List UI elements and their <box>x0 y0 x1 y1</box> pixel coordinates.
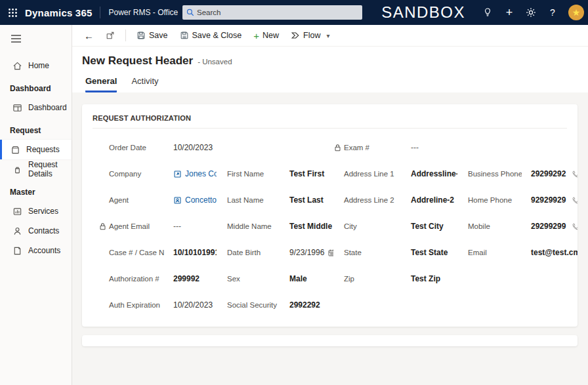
tab-general[interactable]: General <box>85 76 117 92</box>
field-value-agent[interactable]: Concetto ... <box>164 195 217 205</box>
field-value-case-case-name[interactable]: 10/10101991 <box>164 248 217 257</box>
save-and-close-icon <box>180 31 189 40</box>
sidebar-item-label: Requests <box>26 145 60 154</box>
field-value-last-name[interactable]: Test Last <box>280 195 333 205</box>
section-title: REQUEST AUTHORIZATION <box>93 114 567 122</box>
field-value-city[interactable]: Test City <box>402 222 457 231</box>
field-value-text: 10/10101991 <box>173 248 217 257</box>
command-bar: ← Save Save & Close <box>72 25 588 47</box>
flow-button[interactable]: Flow ▾ <box>285 28 337 43</box>
dashboard-icon <box>12 103 22 113</box>
sitemap-sidebar: Home Dashboard Dashboard Request Request… <box>0 25 72 385</box>
field-value-text: --- <box>173 222 181 231</box>
field-label-date-birth: Date Birth <box>217 249 280 256</box>
field-value-text: test@test.cm <box>531 248 578 257</box>
home-icon <box>12 61 22 71</box>
field-value-text: 9/23/1996 <box>289 248 324 257</box>
field-label-text: Social Security <box>227 301 277 309</box>
empty-section-card <box>82 335 578 346</box>
open-in-new-window-button[interactable] <box>100 28 120 43</box>
sidebar-item-request-details[interactable]: Request Details <box>0 159 72 179</box>
save-and-close-button[interactable]: Save & Close <box>175 28 247 43</box>
field-value-middle-name[interactable]: Test Middle <box>280 222 333 231</box>
field-value-business-phone[interactable]: 29299292 <box>522 169 578 178</box>
field-value-company[interactable]: Jones Com... <box>164 169 217 178</box>
sidebar-item-accounts[interactable]: Accounts <box>0 241 72 260</box>
field-value-text: Test Last <box>289 195 324 205</box>
form-header: New Request Header - Unsaved General Act… <box>72 47 588 92</box>
field-value-first-name[interactable]: Test First <box>280 169 333 178</box>
field-value-text: Test State <box>411 248 448 257</box>
field-value-text: Test City <box>411 222 444 231</box>
field-value-order-date[interactable]: 10/20/2023 <box>164 143 217 152</box>
field-value-mobile[interactable]: 29299299 <box>522 222 578 231</box>
gear-icon[interactable] <box>525 7 537 18</box>
form-body: REQUEST AUTHORIZATION Order Date10/20/20… <box>72 92 588 385</box>
field-value-sex[interactable]: Male <box>280 274 333 283</box>
phone-icon[interactable] <box>572 196 578 205</box>
tab-activity[interactable]: Activity <box>131 76 158 92</box>
field-label-exam: Exam # <box>333 144 402 152</box>
main-content: ← Save Save & Close <box>72 25 588 385</box>
area-name[interactable]: Power RMS - Office <box>108 8 178 17</box>
field-label-text: Order Date <box>109 144 146 152</box>
lookup-link-company[interactable]: Jones Com... <box>185 169 217 178</box>
lookup-link-agent[interactable]: Concetto ... <box>185 195 217 205</box>
services-icon <box>12 207 22 216</box>
field-label-auth-expiration: Auth Expiration <box>98 301 164 309</box>
field-value-text: Male <box>289 274 307 283</box>
field-label-text: Authorization # <box>109 275 159 283</box>
field-value-text: Addreline-2 <box>411 195 454 205</box>
global-search[interactable] <box>182 5 362 20</box>
avatar[interactable]: ★ <box>568 5 584 20</box>
field-label-address-line-1: Address Line 1 <box>333 170 402 178</box>
sidebar-item-home[interactable]: Home <box>0 56 72 75</box>
field-label-address-line-2: Address Line 2 <box>333 196 402 204</box>
field-label-zip: Zip <box>333 275 402 283</box>
field-value-state[interactable]: Test State <box>402 248 457 257</box>
save-button[interactable]: Save <box>131 28 173 43</box>
field-label-text: Auth Expiration <box>109 301 160 309</box>
field-value-text: Addressline-1 <box>411 169 457 178</box>
field-value-date-birth[interactable]: 9/23/1996 <box>280 248 333 257</box>
field-value-text: Test First <box>289 169 324 178</box>
field-value-email[interactable]: test@test.cm <box>522 248 578 257</box>
field-value-authorization[interactable]: 299992 <box>164 274 217 283</box>
sidebar-item-services[interactable]: Services <box>0 201 72 221</box>
search-input[interactable] <box>197 9 358 16</box>
plus-icon[interactable]: + <box>503 7 515 18</box>
field-value-address-line-2[interactable]: Addreline-2 <box>402 195 457 205</box>
field-value-home-phone[interactable]: 92929929 <box>522 195 578 205</box>
chevron-down-icon[interactable]: ▾ <box>324 31 332 41</box>
field-label-text: City <box>344 222 357 230</box>
field-value-auth-expiration[interactable]: 10/20/2023 <box>164 300 217 310</box>
sidebar-item-contacts[interactable]: Contacts <box>0 221 72 241</box>
hamburger-icon[interactable] <box>0 25 72 52</box>
phone-icon[interactable] <box>572 222 578 231</box>
new-button[interactable]: + New <box>248 28 284 43</box>
sidebar-group-request: Request <box>0 117 72 140</box>
field-value-text: 299992 <box>173 274 200 283</box>
field-value-address-line-1[interactable]: Addressline-1 <box>402 169 457 178</box>
field-label-text: Case # / Case Name <box>109 249 164 256</box>
new-plus-icon: + <box>253 31 259 41</box>
field-value-zip[interactable]: Test Zip <box>402 274 457 283</box>
phone-icon[interactable] <box>572 170 578 178</box>
field-label-order-date: Order Date <box>98 144 164 152</box>
back-button[interactable]: ← <box>79 29 99 43</box>
lightbulb-icon[interactable] <box>482 7 494 18</box>
waffle-icon[interactable] <box>0 0 25 25</box>
field-value-text: 29299292 <box>531 169 566 178</box>
environment-badge: SANDBOX <box>381 3 465 22</box>
field-value-social-security[interactable]: 2992292 <box>280 300 333 310</box>
calendar-icon[interactable] <box>327 249 333 257</box>
accounts-icon <box>12 246 22 256</box>
request-details-icon <box>12 165 22 174</box>
request-authorization-card: REQUEST AUTHORIZATION Order Date10/20/20… <box>82 104 578 327</box>
help-icon[interactable]: ? <box>547 7 558 18</box>
sidebar-item-requests[interactable]: Requests <box>0 140 72 159</box>
app-name[interactable]: Dynamics 365 <box>25 7 92 18</box>
calendar-icon[interactable] <box>216 144 217 152</box>
field-value-text: 2992292 <box>289 300 320 310</box>
sidebar-item-dashboard[interactable]: Dashboard <box>0 98 72 117</box>
